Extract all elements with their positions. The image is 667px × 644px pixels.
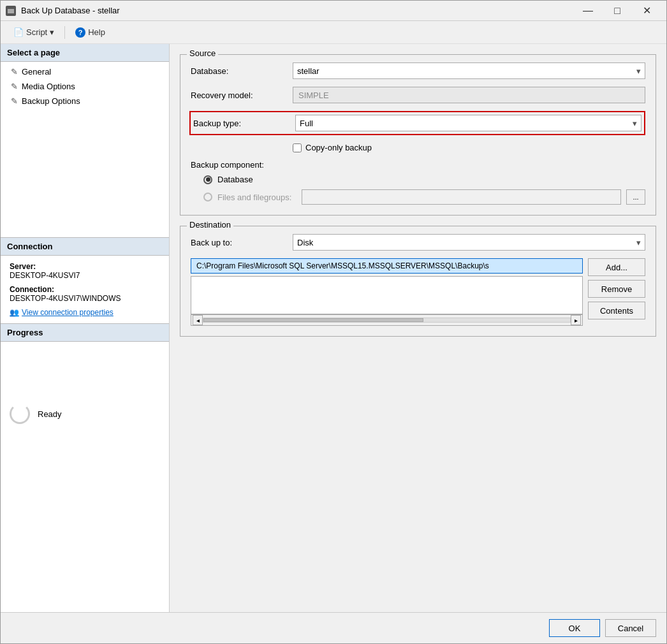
backup-type-arrow: ▾ (633, 119, 637, 128)
files-radio-label: Files and filegroups: (217, 193, 291, 202)
backup-to-dropdown[interactable]: Disk ▾ (293, 234, 645, 251)
toolbar-divider (64, 26, 65, 39)
source-group: Source Database: stellar ▾ Recovery mode… (180, 54, 656, 216)
browse-button[interactable]: ... (626, 189, 645, 205)
database-radio-label: Database (217, 175, 253, 184)
database-label: Database: (191, 66, 293, 76)
server-row: Server: DESKTOP-4KUSVI7 (10, 262, 160, 280)
window-controls: — □ ✕ (573, 1, 661, 21)
svg-rect-1 (8, 9, 14, 13)
scrollbar-thumb (203, 318, 423, 322)
title-bar: Back Up Database - stellar — □ ✕ (1, 1, 666, 21)
media-options-nav-icon: ✎ (11, 82, 18, 91)
backup-to-value: Disk (297, 238, 313, 247)
scroll-left-button[interactable]: ◂ (193, 315, 203, 325)
copy-only-checkbox[interactable] (293, 143, 302, 152)
backup-options-nav-icon: ✎ (11, 96, 18, 106)
backup-to-label: Back up to: (191, 238, 293, 247)
sidebar-item-general[interactable]: ✎ General (1, 64, 169, 79)
connection-row: Connection: DESKTOP-4KUSVI7\WINDOWS (10, 285, 160, 303)
general-nav-icon: ✎ (11, 67, 18, 77)
destination-area: C:\Program Files\Microsoft SQL Server\MS… (191, 258, 645, 326)
sidebar-item-backup-options[interactable]: ✎ Backup Options (1, 94, 169, 108)
remove-button[interactable]: Remove (588, 280, 645, 298)
view-properties-link[interactable]: 👥 View connection properties (10, 308, 160, 317)
minimize-button[interactable]: — (573, 1, 603, 21)
script-button[interactable]: 📄 Script ▾ (8, 25, 59, 40)
database-value: stellar (297, 66, 319, 76)
files-input[interactable] (302, 189, 621, 205)
add-button[interactable]: Add... (588, 258, 645, 276)
scroll-right-button[interactable]: ▸ (571, 315, 581, 325)
connection-header: Connection (1, 237, 169, 256)
recovery-field: SIMPLE (293, 87, 645, 103)
database-select[interactable]: stellar ▾ (293, 62, 645, 79)
destination-list (191, 276, 583, 314)
source-group-label: Source (187, 48, 218, 58)
progress-spinner (10, 404, 30, 424)
database-radio-row[interactable]: Database (203, 175, 645, 184)
toolbar: 📄 Script ▾ ? Help (1, 21, 666, 44)
copy-only-label: Copy-only backup (305, 143, 372, 152)
backup-to-row: Back up to: Disk ▾ (191, 234, 645, 251)
sidebar-item-media-options[interactable]: ✎ Media Options (1, 79, 169, 94)
backup-type-select[interactable]: Full ▾ (295, 115, 641, 131)
destination-scrollbar[interactable]: ◂ ▸ (191, 314, 583, 326)
scrollbar-track (203, 318, 571, 323)
svg-rect-3 (11, 6, 13, 8)
destination-path[interactable]: C:\Program Files\Microsoft SQL Server\MS… (191, 258, 583, 274)
progress-content: Ready (1, 342, 169, 486)
recovery-row: Recovery model: SIMPLE (191, 87, 645, 103)
backup-type-highlight: Backup type: Full ▾ (189, 111, 645, 135)
destination-group-label: Destination (187, 220, 233, 230)
sidebar-item-general-label: General (22, 67, 51, 77)
destination-list-column: C:\Program Files\Microsoft SQL Server\MS… (191, 258, 583, 326)
backup-type-value: Full (300, 119, 313, 128)
connection-label: Connection: (10, 285, 160, 294)
backup-type-row: Backup type: Full ▾ (193, 115, 641, 131)
database-dropdown[interactable]: stellar ▾ (293, 62, 645, 79)
server-label: Server: (10, 262, 160, 271)
window-icon (6, 6, 16, 16)
help-button[interactable]: ? Help (70, 25, 110, 40)
copy-only-row: Copy-only backup (293, 143, 645, 152)
help-icon: ? (75, 27, 85, 38)
backup-to-arrow: ▾ (636, 238, 641, 247)
progress-status: Ready (38, 409, 62, 419)
sidebar-nav: ✎ General ✎ Media Options ✎ Backup Optio… (1, 62, 169, 111)
connection-icon: 👥 (10, 308, 19, 317)
database-dropdown-arrow: ▾ (636, 66, 641, 76)
maximize-button[interactable]: □ (603, 1, 632, 21)
close-button[interactable]: ✕ (632, 1, 661, 21)
backup-type-dropdown[interactable]: Full ▾ (295, 115, 641, 131)
content-area: Select a page ✎ General ✎ Media Options … (1, 44, 666, 612)
database-radio-button[interactable] (203, 175, 212, 184)
component-label: Backup component: (191, 160, 645, 170)
view-properties-label: View connection properties (22, 308, 114, 317)
window-title: Back Up Database - stellar (21, 6, 573, 15)
backup-type-label: Backup type: (193, 119, 295, 128)
connection-value: DESKTOP-4KUSVI7\WINDOWS (10, 294, 160, 303)
select-page-header: Select a page (1, 44, 169, 62)
backup-to-select[interactable]: Disk ▾ (293, 234, 645, 251)
sidebar: Select a page ✎ General ✎ Media Options … (1, 44, 170, 612)
cancel-button[interactable]: Cancel (605, 619, 656, 637)
connection-content: Server: DESKTOP-4KUSVI7 Connection: DESK… (1, 256, 169, 323)
files-radio-button[interactable] (203, 193, 212, 201)
ok-button[interactable]: OK (549, 619, 600, 637)
footer: OK Cancel (1, 612, 666, 643)
files-radio-row[interactable]: Files and filegroups: ... (203, 189, 645, 205)
database-row: Database: stellar ▾ (191, 62, 645, 79)
recovery-value: SIMPLE (293, 87, 645, 103)
sidebar-item-media-label: Media Options (22, 82, 75, 91)
radio-group: Database Files and filegroups: ... (203, 175, 645, 205)
main-panel: Source Database: stellar ▾ Recovery mode… (170, 44, 666, 612)
destination-group: Destination Back up to: Disk ▾ C:\Progra… (180, 226, 656, 337)
server-value: DESKTOP-4KUSVI7 (10, 271, 160, 280)
script-label: Script (26, 27, 47, 37)
script-icon: 📄 (13, 27, 24, 37)
progress-header: Progress (1, 323, 169, 342)
svg-rect-2 (8, 6, 10, 8)
sidebar-item-backup-label: Backup Options (22, 96, 80, 106)
contents-button[interactable]: Contents (588, 302, 645, 319)
